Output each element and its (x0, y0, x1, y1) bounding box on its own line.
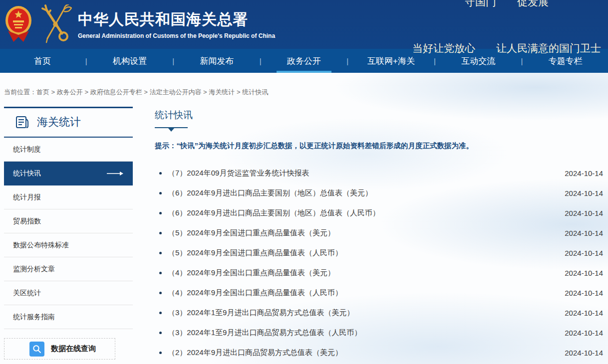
bullet-icon (159, 272, 162, 274)
breadcrumb-separator: > (49, 88, 57, 96)
search-icon (29, 342, 44, 357)
sidebar: 海关统计 统计制度统计快讯统计月报贸易指数数据公布特殊标准监测分析文章关区统计统… (4, 107, 133, 363)
site-header: 中华人民共和国海关总署 General Administration of Cu… (0, 0, 608, 49)
site-titles: 中华人民共和国海关总署 General Administration of Cu… (78, 9, 275, 39)
breadcrumb-separator: > (142, 88, 150, 96)
breadcrumb-separator: > (83, 88, 90, 96)
bullet-icon (159, 172, 162, 175)
sidebar-item-5[interactable]: 数据公布特殊标准 (4, 233, 133, 257)
page: 中华人民共和国海关总署 General Administration of Cu… (0, 0, 608, 364)
news-link[interactable]: （3）2024年1至9月进出口商品贸易方式总值表（人民币） (168, 328, 555, 338)
breadcrumb-prefix: 当前位置： (4, 88, 36, 96)
nav-item-1[interactable]: 首页 (0, 49, 85, 73)
news-date: 2024-10-14 (565, 209, 603, 217)
long-arrow-right-icon (107, 171, 124, 176)
list-item: （6）2024年9月进出口商品主要国别（地区）总值表（人民币）2024-10-1… (155, 203, 603, 223)
title-underline (155, 127, 188, 128)
nav-item-3[interactable]: 新闻发布 (174, 49, 260, 73)
sidebar-item-3[interactable]: 统计月报 (4, 185, 133, 209)
bullet-icon (159, 212, 162, 214)
news-link[interactable]: （4）2024年9月全国出口重点商品量值表（人民币） (168, 288, 555, 298)
site-title: 中华人民共和国海关总署 (78, 9, 275, 30)
sidebar-item-label: 数据公布特殊标准 (13, 241, 69, 250)
sidebar-item-label: 统计月报 (13, 193, 41, 202)
bullet-icon (159, 252, 162, 254)
breadcrumb-item[interactable]: 政务公开 (57, 88, 83, 96)
sidebar-item-label: 统计快讯 (13, 169, 41, 178)
hint-text: 提示：“快讯”为海关统计月度初步汇总数据，以更正统计原始资料差错后形成的月度正式… (155, 141, 603, 151)
news-link[interactable]: （7）2024年09月货运监管业务统计快报表 (168, 169, 555, 178)
news-date: 2024-10-14 (565, 269, 603, 277)
nav-item-6[interactable]: 互动交流 (436, 49, 521, 73)
sidebar-menu: 统计制度统计快讯统计月报贸易指数数据公布特殊标准监测分析文章关区统计统计服务指南 (4, 138, 133, 329)
sidebar-item-7[interactable]: 关区统计 (4, 281, 133, 305)
sidebar-header: 海关统计 (4, 108, 133, 138)
news-date: 2024-10-14 (565, 249, 603, 257)
news-date: 2024-10-14 (565, 189, 603, 197)
main-nav: 首页|机构设置|新闻发布|政务公开|互联网+海关|互动交流|专题专栏 (0, 49, 608, 73)
sidebar-item-1[interactable]: 统计制度 (4, 138, 133, 162)
breadcrumb-item[interactable]: 首页 (36, 88, 49, 96)
nav-item-label: 政务公开 (287, 55, 321, 67)
list-item: （4）2024年9月全国出口重点商品量值表（人民币）2024-10-14 (155, 283, 603, 303)
header-slogan: 守国门 促发展 当好让党放心 让人民满意的国门卫士 (412, 0, 601, 87)
breadcrumb-item[interactable]: 政府信息公开专栏 (90, 88, 142, 96)
sidebar-item-label: 统计制度 (13, 145, 41, 154)
active-tab-underline (277, 71, 331, 73)
news-link[interactable]: （4）2024年9月全国出口重点商品量值表（美元） (168, 268, 555, 278)
sidebar-item-8[interactable]: 统计服务指南 (4, 305, 133, 329)
news-list: （7）2024年09月货运监管业务统计快报表2024-10-14（6）2024年… (155, 163, 603, 363)
news-link[interactable]: （5）2024年9月全国进口重点商品量值表（人民币） (168, 248, 555, 258)
nav-item-4[interactable]: 政务公开 (262, 49, 347, 73)
breadcrumb-separator: > (201, 88, 209, 96)
nav-item-label: 互联网+海关 (367, 55, 415, 67)
news-date: 2024-10-14 (565, 289, 603, 297)
sidebar-item-label: 贸易指数 (13, 217, 41, 226)
nav-item-5[interactable]: 互联网+海关 (348, 49, 434, 73)
news-link[interactable]: （3）2024年1至9月进出口商品贸易方式总值表（美元） (168, 308, 555, 318)
news-link[interactable]: （5）2024年9月全国进口重点商品量值表（美元） (168, 228, 555, 238)
bullet-icon (159, 312, 162, 314)
breadcrumb-item: 统计快讯 (242, 88, 268, 96)
national-emblem-icon (5, 5, 32, 44)
bullet-icon (159, 292, 162, 294)
breadcrumb-item[interactable]: 海关统计 (209, 88, 235, 96)
sidebar-item-6[interactable]: 监测分析文章 (4, 257, 133, 281)
sidebar-item-4[interactable]: 贸易指数 (4, 209, 133, 233)
list-item: （3）2024年1至9月进出口商品贸易方式总值表（人民币）2024-10-14 (155, 323, 603, 343)
breadcrumb-separator: > (235, 88, 242, 96)
news-link[interactable]: （6）2024年9月进出口商品主要国别（地区）总值表（美元） (168, 188, 555, 198)
news-date: 2024-10-14 (565, 349, 603, 357)
sidebar-item-label: 关区统计 (13, 289, 41, 298)
bullet-icon (159, 192, 162, 194)
data-query-label: 数据在线查询 (51, 344, 96, 354)
list-item: （2）2024年9月进出口商品贸易方式总值表（美元）2024-10-14 (155, 343, 603, 363)
bullet-icon (159, 232, 162, 234)
list-item: （5）2024年9月全国进口重点商品量值表（美元）2024-10-14 (155, 223, 603, 243)
site-brand: 中华人民共和国海关总署 General Administration of Cu… (5, 4, 275, 44)
news-link[interactable]: （2）2024年9月进出口商品贸易方式总值表（美元） (168, 348, 555, 358)
nav-item-label: 首页 (34, 55, 51, 67)
list-item: （7）2024年09月货运监管业务统计快报表2024-10-14 (155, 163, 603, 183)
content-background: 当前位置：首页 > 政务公开 > 政府信息公开专栏 > 法定主动公开内容 > 海… (0, 73, 608, 364)
news-date: 2024-10-14 (565, 329, 603, 337)
main-panel: 统计快讯 提示：“快讯”为海关统计月度初步汇总数据，以更正统计原始资料差错后形成… (133, 107, 603, 363)
nav-item-2[interactable]: 机构设置 (87, 49, 173, 73)
document-icon (15, 115, 30, 130)
sidebar-item-2[interactable]: 统计快讯 (4, 162, 133, 185)
nav-item-label: 新闻发布 (200, 55, 234, 67)
nav-item-label: 机构设置 (113, 55, 147, 67)
breadcrumb-item[interactable]: 法定主动公开内容 (149, 88, 201, 96)
page-title: 统计快讯 (155, 109, 603, 122)
news-date: 2024-10-14 (565, 229, 603, 237)
customs-emblem-icon (39, 4, 72, 44)
data-query-button[interactable]: 数据在线查询 (4, 338, 115, 360)
list-item: （6）2024年9月进出口商品主要国别（地区）总值表（美元）2024-10-14 (155, 183, 603, 203)
list-item: （5）2024年9月全国进口重点商品量值表（人民币）2024-10-14 (155, 243, 603, 263)
list-item: （3）2024年1至9月进出口商品贸易方式总值表（美元）2024-10-14 (155, 303, 603, 323)
content: 海关统计 统计制度统计快讯统计月报贸易指数数据公布特殊标准监测分析文章关区统计统… (0, 107, 608, 363)
slogan-line-1: 守国门 促发展 (412, 0, 601, 9)
nav-item-7[interactable]: 专题专栏 (523, 49, 608, 73)
bullet-icon (159, 332, 162, 334)
news-link[interactable]: （6）2024年9月进出口商品主要国别（地区）总值表（人民币） (168, 208, 555, 218)
